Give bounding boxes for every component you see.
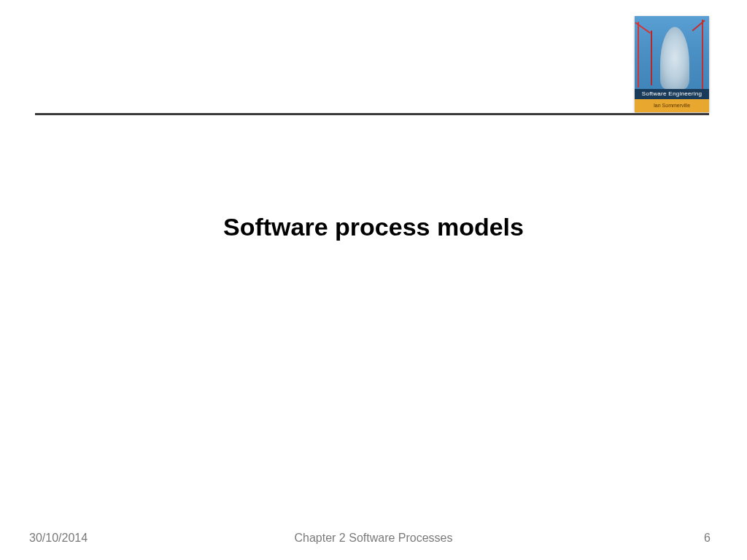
footer-date: 30/10/2014: [29, 532, 88, 545]
slide-title: Software process models: [0, 213, 747, 241]
book-author: Ian Sommerville: [635, 99, 709, 112]
slide-header: Software Engineering Ian Sommerville: [0, 0, 747, 117]
book-cover-image: Software Engineering Ian Sommerville: [635, 16, 709, 112]
footer-chapter: Chapter 2 Software Processes: [0, 532, 747, 545]
crane-icon: [702, 20, 703, 89]
crane-icon: [638, 22, 639, 88]
header-divider: [35, 113, 709, 115]
slide-footer: 30/10/2014 Chapter 2 Software Processes …: [0, 528, 747, 548]
footer-page-number: 6: [704, 532, 711, 545]
book-title: Software Engineering: [635, 89, 709, 99]
building-icon: [660, 27, 689, 89]
crane-icon: [651, 31, 652, 85]
